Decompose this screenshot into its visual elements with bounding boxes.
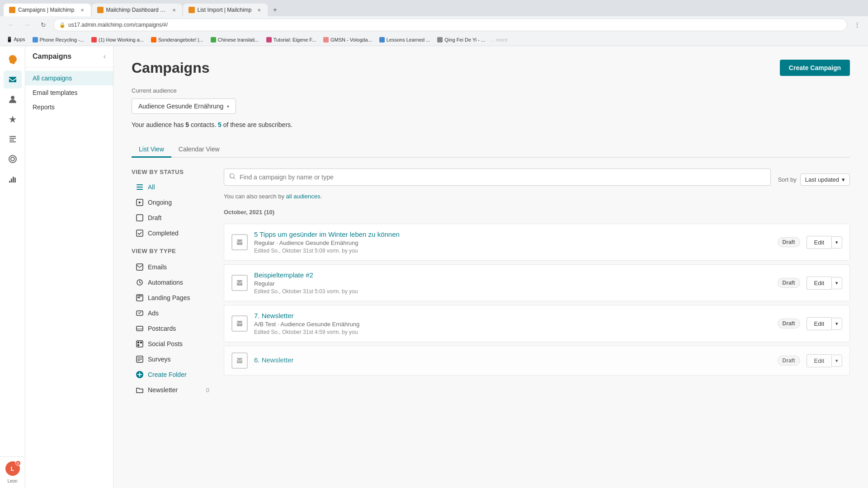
search-hint-suffix: . [320,193,322,200]
tab-title-1: Campaigns | Mailchimp [18,7,75,13]
create-campaign-button[interactable]: Create Campaign [780,60,850,76]
nav-logo[interactable] [4,51,22,69]
bookmark-favicon-4 [211,37,216,42]
bookmark-2[interactable]: (1) How Working a... [90,36,146,43]
sidebar-item-all-campaigns[interactable]: All campaigns [25,71,113,85]
browser-chrome: Campaigns | Mailchimp ✕ Mailchimp Dashbo… [0,0,868,46]
sidebar-item-reports[interactable]: Reports [25,100,113,114]
nav-content[interactable] [4,130,22,148]
tab-calendar-view[interactable]: Calendar View [171,142,227,158]
tab-close-1[interactable]: ✕ [79,7,85,13]
tab-close-3[interactable]: ✕ [256,7,262,13]
svg-rect-17 [137,344,139,346]
nav-automations[interactable] [4,110,22,128]
bookmark-7[interactable]: Lessons Learned ... [377,36,432,43]
folder-newsletter[interactable]: Newsletter 0 [132,383,213,397]
filter-emails-label: Emails [148,263,167,271]
filter-postcards[interactable]: Postcards [132,321,213,336]
bookmark-3[interactable]: Sonderangebote! |... [149,36,205,43]
filter-social-posts[interactable]: Social Posts [132,337,213,351]
campaign-edited-c3: Edited So., Oktober 31st 4:59 vorm. by y… [254,329,771,335]
bookmark-4[interactable]: Chinese translati... [209,36,261,43]
filter-ongoing-icon [135,198,144,207]
bookmark-label-4: Chinese translati... [218,37,259,42]
audience-subscribers-link[interactable]: 5 [218,121,222,128]
browser-tab-1[interactable]: Campaigns | Mailchimp ✕ [4,4,91,16]
user-avatar[interactable]: L 3 [5,461,20,476]
folder-newsletter-icon [135,385,144,394]
back-button[interactable]: ← [5,19,17,31]
edit-dropdown-button-c3[interactable]: ▾ [831,318,842,330]
sort-dropdown[interactable]: Last updated ▾ [800,174,850,186]
bookmark-6[interactable]: GMSN - Vologda... [321,36,374,43]
filter-ongoing[interactable]: Ongoing [132,195,213,210]
campaign-type-c3: A/B Test · Audience Gesunde Ernährung [254,321,771,328]
bookmark-label-2: (1) How Working a... [99,37,144,42]
campaign-name-c1[interactable]: 5 Tipps um gesünder im Winter leben zu k… [254,230,771,238]
filter-by-type-title: View by Type [132,248,213,254]
svg-rect-10 [137,297,140,298]
edit-button-c3[interactable]: Edit [807,317,831,330]
audience-dropdown[interactable]: Audience Gesunde Ernährung ▾ [132,99,236,114]
edit-button-c1[interactable]: Edit [807,236,831,249]
svg-rect-9 [137,296,142,296]
new-tab-button[interactable]: + [269,4,281,16]
browser-tab-2[interactable]: Mailchimp Dashboard | Mail... ✕ [92,4,182,16]
edit-button-c2[interactable]: Edit [807,277,831,290]
filter-automations[interactable]: Automations [132,275,213,290]
edit-button-c4[interactable]: Edit [807,354,831,367]
campaign-name-c3[interactable]: 7. Newsletter [254,312,771,319]
edit-dropdown-button-c2[interactable]: ▾ [831,277,842,289]
bookmark-1[interactable]: Phone Recycling -... [31,36,86,43]
filter-emails[interactable]: Emails [132,260,213,274]
campaign-group-oct-2021: October, 2021 (10) 5 Tipps um gesünder i… [224,209,850,375]
bookmark-5[interactable]: Tutorial: Eigene F... [264,36,318,43]
audience-dropdown-arrow-icon: ▾ [227,104,229,109]
sidebar-item-all-campaigns-label: All campaigns [33,75,72,82]
campaign-icon-c2 [231,275,248,291]
browser-tab-3[interactable]: List Import | Mailchimp ✕ [183,4,268,16]
tab-close-2[interactable]: ✕ [171,7,177,13]
folder-newsletter-label: Newsletter [148,386,178,394]
nav-analytics[interactable] [4,170,22,188]
filter-ads-label: Ads [148,310,159,317]
extensions-button[interactable]: ⋮ [851,19,863,31]
bookmark-label-3: Sonderangebote! |... [158,37,203,42]
audience-info: Your audience has 5 contacts. 5 of these… [132,121,850,128]
search-input[interactable] [240,174,765,181]
edit-dropdown-button-c1[interactable]: ▾ [831,236,842,249]
filter-ongoing-label: Ongoing [148,199,172,206]
sidebar-collapse-button[interactable]: ‹ [104,52,106,61]
bookmark-apps-label: 📱 Apps [6,37,25,42]
filter-all[interactable]: All [132,180,213,194]
all-audiences-link[interactable]: all audiences [286,193,321,200]
nav-campaigns[interactable] [4,70,22,89]
filter-surveys[interactable]: Surveys [132,352,213,366]
filter-ads[interactable]: Ads [132,306,213,320]
sidebar-item-reports-label: Reports [33,103,55,111]
sort-bar: Sort by Last updated ▾ [778,174,850,186]
user-name: Leon [7,479,17,483]
filter-completed[interactable]: Completed [132,226,213,240]
edit-dropdown-button-c4[interactable]: ▾ [831,355,842,367]
forward-button[interactable]: → [21,19,33,31]
campaign-name-c2[interactable]: Beispieltemplate #2 [254,271,771,279]
campaign-name-c4[interactable]: 6. Newsletter [254,356,771,364]
content-area: View by Status All Ongoing [132,169,850,398]
nav-audience[interactable] [4,90,22,108]
address-bar[interactable]: 🔒 us17.admin.mailchimp.com/campaigns/#/ [53,19,847,31]
bookmark-apps[interactable]: 📱 Apps [5,36,27,43]
bookmark-label-8: Qing Fei De Yi - ... [444,37,485,42]
view-tabs: List View Calendar View [132,142,850,158]
reload-button[interactable]: ↻ [37,19,50,31]
create-folder-button[interactable]: Create Folder [132,367,213,382]
campaign-item-c2: Beispieltemplate #2 Regular Edited So., … [224,264,850,301]
tab-list-view[interactable]: List View [132,142,171,158]
nav-integrations[interactable] [4,150,22,168]
sidebar-item-email-templates[interactable]: Email templates [25,85,113,100]
bookmark-favicon-2 [91,37,97,42]
filter-draft[interactable]: Draft [132,211,213,225]
campaign-info-c3: 7. Newsletter A/B Test · Audience Gesund… [254,312,771,335]
filter-landing-pages[interactable]: Landing Pages [132,291,213,305]
bookmark-8[interactable]: Qing Fei De Yi - ... [435,36,487,43]
